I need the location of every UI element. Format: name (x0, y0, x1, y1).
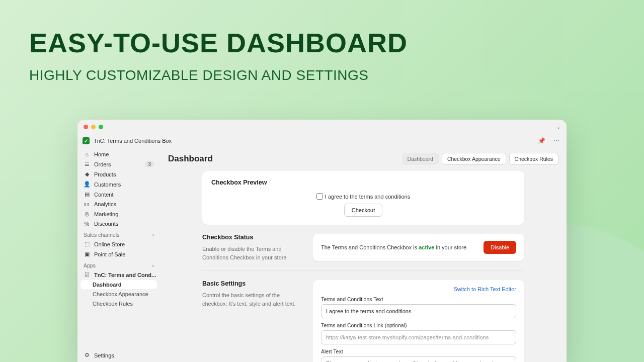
alert-text-input[interactable] (321, 356, 516, 362)
nav-discounts[interactable]: %Discounts (80, 219, 157, 228)
subnav-appearance[interactable]: Checkbox Appearance (80, 290, 157, 299)
nav-online-store[interactable]: ⬚Online Store (80, 239, 157, 249)
window-zoom-icon[interactable] (99, 125, 103, 129)
status-desc: Enable or disable the Terms and Conditio… (202, 245, 303, 261)
section-sales-channels[interactable]: Sales channels› (80, 229, 157, 239)
section-apps[interactable]: Apps› (80, 259, 157, 269)
chevron-right-icon: › (152, 262, 154, 268)
more-icon[interactable]: ⋯ (551, 136, 561, 145)
app-window: ⌄ ✓ TnC: Terms and Conditions Box 📌 ⋯ ⌂H… (77, 120, 567, 362)
chevron-right-icon: › (152, 232, 154, 238)
status-text: The Terms and Conditions Checkbox is act… (321, 244, 477, 250)
sidebar: ⌂Home ☰Orders3 ◆Products 👤Customers ▤Con… (77, 148, 160, 362)
nav-home[interactable]: ⌂Home (80, 150, 157, 159)
preview-checkout-button[interactable]: Checkout (344, 204, 382, 217)
app-name: TnC: Terms and Conditions Box (94, 138, 172, 144)
disable-button[interactable]: Disable (484, 241, 516, 254)
nav-settings[interactable]: ⚙Settings (80, 350, 157, 360)
tab-appearance[interactable]: Checkbox Appearance (442, 153, 506, 165)
nav-orders[interactable]: ☰Orders3 (80, 159, 157, 169)
content-icon: ▤ (84, 191, 90, 198)
basic-title: Basic Settings (202, 280, 303, 287)
checkbox-app-icon: ☑ (84, 272, 90, 278)
subnav-dashboard[interactable]: Dashboard (80, 280, 157, 289)
nav-analytics[interactable]: ⫾⫾Analytics (80, 200, 157, 209)
customers-icon: 👤 (84, 181, 90, 188)
pin-icon[interactable]: 📌 (536, 136, 547, 145)
nav-marketing[interactable]: ◎Marketing (80, 209, 157, 219)
page-tabs: Dashboard Checkbox Appearance Checkbox R… (402, 153, 558, 165)
preview-checkbox[interactable] (316, 193, 323, 200)
status-title: Checkbox Status (202, 234, 303, 241)
tab-rules[interactable]: Checkbox Rules (509, 153, 558, 165)
window-titlebar: ⌄ (77, 120, 567, 134)
subnav-rules[interactable]: Checkbox Rules (80, 299, 157, 308)
basic-settings-card: Switch to Rich Text Editor Terms and Con… (313, 280, 524, 362)
discounts-icon: % (84, 221, 90, 227)
alert-text-label: Alert Text (321, 348, 516, 354)
marketing-icon: ◎ (84, 211, 90, 217)
page-title: Dashboard (168, 154, 213, 164)
switch-editor-link[interactable]: Switch to Rich Text Editor (321, 286, 516, 292)
pos-icon: ▣ (84, 251, 90, 257)
gear-icon: ⚙ (84, 352, 90, 358)
orders-icon: ☰ (84, 161, 90, 167)
tnc-text-input[interactable] (321, 304, 516, 318)
products-icon: ◆ (84, 171, 90, 177)
analytics-icon: ⫾⫾ (84, 201, 90, 207)
tab-dashboard[interactable]: Dashboard (402, 153, 439, 165)
preview-agree-text: I agree to the terms and conditions (325, 194, 410, 200)
nav-pos[interactable]: ▣Point of Sale (80, 249, 157, 259)
nav-products[interactable]: ◆Products (80, 169, 157, 179)
basic-desc: Control the basic settings of the checkb… (202, 291, 303, 308)
app-logo-icon: ✓ (83, 137, 90, 144)
nav-customers[interactable]: 👤Customers (80, 179, 157, 189)
tnc-link-label: Terms and Conditions Link (optional) (321, 322, 516, 328)
divider (202, 270, 524, 271)
orders-badge: 3 (145, 161, 154, 167)
preview-card: Checkbox Preview I agree to the terms an… (202, 171, 524, 225)
hero-subtitle: HIGHLY CUSTOMIZABLE DESIGN AND SETTINGS (29, 67, 369, 83)
window-minimize-icon[interactable] (91, 125, 96, 129)
tnc-link-input[interactable] (321, 330, 516, 344)
tnc-text-label: Terms and Conditions Text (321, 296, 516, 302)
app-header: ✓ TnC: Terms and Conditions Box 📌 ⋯ (77, 134, 567, 148)
window-close-icon[interactable] (84, 125, 88, 129)
hero-title: EASY-TO-USE DASHBOARD (29, 29, 408, 56)
status-card: The Terms and Conditions Checkbox is act… (313, 234, 524, 261)
main-content: Dashboard Dashboard Checkbox Appearance … (160, 148, 567, 362)
preview-title: Checkbox Preview (211, 179, 515, 186)
home-icon: ⌂ (84, 151, 90, 157)
store-icon: ⬚ (84, 241, 90, 247)
chevron-down-icon[interactable]: ⌄ (556, 124, 560, 130)
nav-app-tnc[interactable]: ☑TnC: Terms and Cond... (80, 270, 159, 280)
nav-content[interactable]: ▤Content (80, 190, 157, 199)
